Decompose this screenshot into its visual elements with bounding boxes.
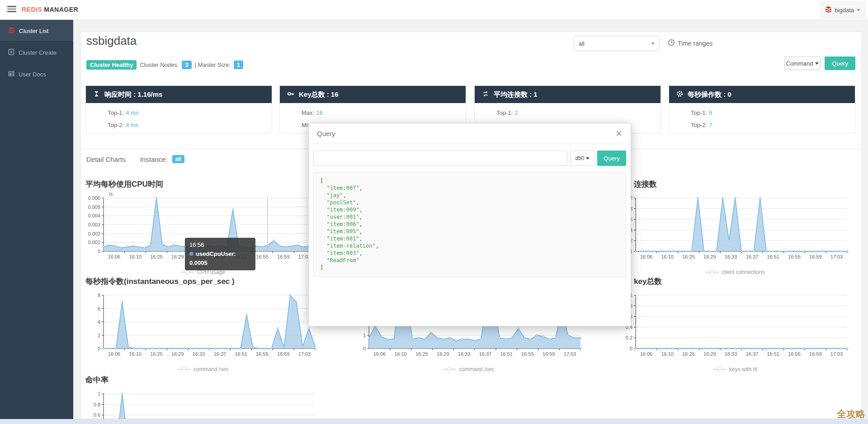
svg-text:16:59: 16:59: [809, 351, 822, 357]
svg-text:0: 0: [363, 346, 366, 351]
svg-text:16:25: 16:25: [682, 351, 695, 357]
svg-text:16:37: 16:37: [746, 351, 759, 357]
query-input[interactable]: [313, 151, 567, 166]
user-menu[interactable]: bigdata: [820, 1, 865, 19]
stat-card-title: 每秒操作数 : 0: [688, 90, 731, 99]
user-name: bigdata: [835, 7, 854, 14]
plus-icon: [8, 49, 14, 57]
svg-text:0.001: 0.001: [88, 240, 100, 245]
sidebar-item-label: User Docs: [19, 71, 46, 78]
command-dropdown-button[interactable]: Command: [784, 57, 821, 70]
time-ranges-button[interactable]: Time ranges: [668, 39, 712, 47]
svg-text:0.004: 0.004: [88, 213, 100, 218]
chart-plot[interactable]: 11.21.41.61.8216:0616:1016:2516:2916:331…: [618, 191, 853, 269]
chart-plot[interactable]: 0246816:0616:1016:2516:2916:3316:3716:51…: [85, 288, 321, 366]
bottom-strip: [0, 419, 868, 424]
command-label: Command: [786, 60, 813, 67]
sidebar-item-user-docs[interactable]: User Docs: [0, 63, 73, 85]
svg-text:16:59: 16:59: [277, 254, 290, 259]
cluster-nodes-badge: 3: [182, 61, 191, 69]
svg-text:16:10: 16:10: [661, 351, 674, 357]
close-icon[interactable]: ✕: [615, 129, 623, 138]
cluster-status-row: Cluster Healthy Cluster Nodes: 3 | Maste…: [86, 60, 243, 70]
svg-text:16:37: 16:37: [746, 254, 759, 259]
stat-card-title: Key总数 : 16: [299, 90, 339, 99]
svg-text:16:25: 16:25: [682, 254, 695, 259]
svg-text:16:06: 16:06: [640, 351, 653, 357]
svg-text:16:37: 16:37: [479, 351, 492, 357]
svg-text:16:55: 16:55: [256, 254, 269, 259]
chart-ttl: key总数00.20.40.60.8116:0616:1016:2516:291…: [618, 276, 853, 373]
query-result-box: [ "item:007", "jay", "poolSet", "item:00…: [313, 172, 626, 277]
brand-manager: MANAGER: [44, 6, 78, 13]
chevron-down-icon: [857, 9, 860, 11]
svg-text:16:29: 16:29: [703, 254, 716, 259]
svg-text:17:03: 17:03: [830, 254, 843, 259]
stat-card: 响应时间 : 1.16/msTop-1:4 msTop-2:4 ms: [85, 85, 272, 133]
query-button[interactable]: Query: [825, 57, 855, 70]
svg-text:16:59: 16:59: [277, 351, 290, 357]
svg-text:16:59: 16:59: [542, 351, 555, 357]
chart-title: 平均每秒使用CPU时间: [85, 179, 321, 191]
svg-text:6: 6: [98, 306, 100, 311]
svg-text:4: 4: [98, 319, 100, 325]
stat-card: 每秒操作数 : 0Top-1:8Top-2:7: [669, 85, 855, 133]
stat-row: Top-1:8: [691, 107, 855, 119]
svg-text:0.002: 0.002: [88, 231, 100, 236]
svg-text:0.8: 0.8: [94, 402, 100, 407]
svg-text:16:33: 16:33: [193, 351, 205, 357]
query-submit-button[interactable]: Query: [597, 151, 626, 166]
exchange-icon: [482, 90, 489, 99]
instance-select[interactable]: all: [574, 36, 660, 51]
clock-icon: [668, 39, 675, 47]
svg-text:16:29: 16:29: [171, 351, 184, 357]
svg-text:2: 2: [98, 333, 100, 338]
stat-card-body: Top-1:8Top-2:7: [669, 103, 855, 131]
svg-text:16:10: 16:10: [129, 351, 142, 357]
svg-text:0: 0: [630, 346, 632, 351]
series-dot-icon: [189, 252, 193, 256]
sidebar-item-label: Cluster List: [19, 28, 48, 34]
db-select-button[interactable]: db0: [570, 151, 594, 166]
svg-text:/s: /s: [109, 191, 113, 197]
tooltip-time: 16:56: [189, 240, 251, 250]
stat-row: Top-2:7: [691, 119, 855, 131]
svg-text:16:29: 16:29: [437, 351, 449, 357]
chart-plot[interactable]: 00.20.40.60.8116:0616:1016:2516:2916:331…: [85, 386, 321, 424]
detail-charts-title: Detail Charts: [86, 155, 126, 163]
chart-ops: 每秒指令数(instantaneous_ops_per_sec )0246816…: [85, 276, 321, 373]
chart-legend: keys with ttl: [618, 366, 853, 373]
svg-text:16:51: 16:51: [767, 254, 779, 259]
gear-icon: [676, 90, 683, 99]
chart-tooltip: 16:56usedCpuUser: 0.0005: [185, 238, 255, 270]
chart-connections: 连接数11.21.41.61.8216:0616:1016:2516:2916:…: [618, 179, 853, 276]
sidebar-item-cluster-create[interactable]: Cluster Create: [0, 42, 73, 63]
chevron-down-icon: [586, 157, 590, 160]
instance-label: Instance:: [140, 155, 168, 163]
chart-legend: client connections: [618, 269, 853, 276]
svg-text:0.006: 0.006: [88, 195, 100, 201]
stat-card-title: 响应时间 : 1.16/ms: [104, 90, 162, 99]
svg-text:16:33: 16:33: [725, 351, 737, 357]
chart-plot[interactable]: 00.20.40.60.8116:0616:1016:2516:2916:331…: [618, 288, 853, 366]
redis-icon: [8, 27, 15, 35]
chart-legend: command /sec: [85, 366, 321, 373]
stat-card-body: Top-1:4 msTop-2:4 ms: [86, 103, 272, 131]
instance-select-value: all: [579, 40, 585, 47]
instance-badge: all: [172, 155, 184, 163]
svg-text:16:55: 16:55: [788, 351, 801, 357]
hamburger-menu-icon[interactable]: [7, 6, 16, 13]
chevron-down-icon: [815, 62, 819, 65]
svg-text:1: 1: [363, 333, 366, 338]
sidebar-item-cluster-list[interactable]: Cluster List: [0, 20, 73, 42]
svg-text:16:33: 16:33: [458, 351, 471, 357]
svg-text:16:25: 16:25: [415, 351, 428, 357]
cluster-health-badge: Cluster Healthy: [86, 60, 137, 70]
chart-legend: command /sec: [351, 366, 586, 373]
svg-text:16:51: 16:51: [235, 351, 247, 357]
stat-card-title: 平均连接数 : 1: [494, 90, 538, 99]
svg-text:0.005: 0.005: [88, 204, 100, 210]
chart-title: key总数: [618, 276, 853, 288]
svg-text:0.2: 0.2: [626, 335, 632, 340]
svg-text:16:29: 16:29: [171, 254, 184, 259]
